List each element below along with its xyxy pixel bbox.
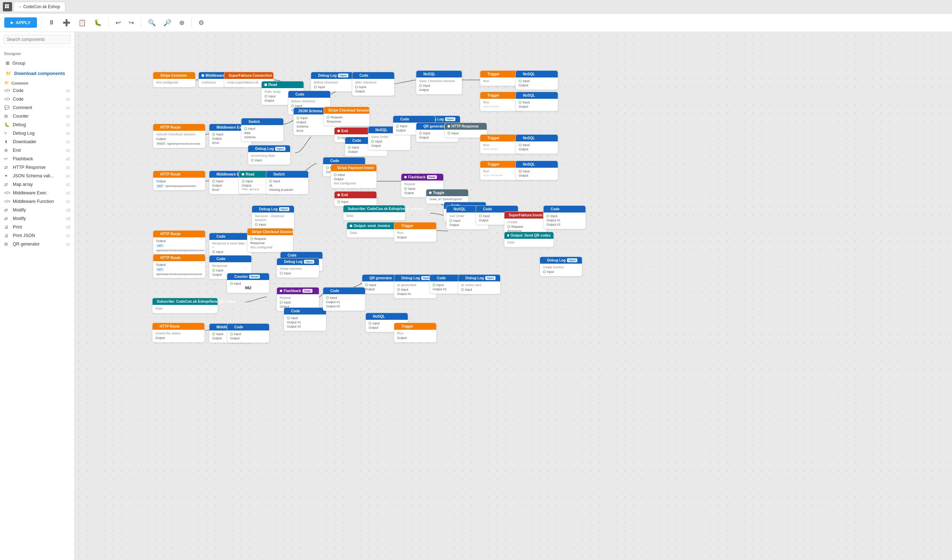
zoom-in-button[interactable]: 🔍 xyxy=(145,17,158,28)
print-json-label: Print JSON xyxy=(13,233,66,238)
node-nosql-save-session[interactable]: NoSQL Input Output xyxy=(515,92,558,111)
sidebar-item-qr-generator[interactable]: ⊞ QR generator v1 xyxy=(0,240,74,248)
sidebar-item-debug-log[interactable]: > Debug Log v1 xyxy=(0,129,74,137)
nosql-co-input: Input xyxy=(519,143,555,147)
node-debug-log-before[interactable]: Debug Log Open before checkout Input xyxy=(311,72,353,92)
sidebar-item-downloader[interactable]: ⬇ Downloader v1 xyxy=(0,137,74,146)
node-nosql-save-checkout[interactable]: NoSQL Save Checkout Session Input Output xyxy=(416,70,462,94)
sidebar-item-http-response[interactable]: ⇄ HTTP Response v1 xyxy=(0,163,74,171)
sidebar-item-counter[interactable]: ⊞ Counter v1 xyxy=(0,112,74,120)
node-code-after-superfaktura[interactable]: Code Input Output #1 Output #2 xyxy=(543,205,586,229)
sidebar-item-middleware-fn[interactable]: </> Middleware Function v1 xyxy=(0,197,74,206)
node-output-send-invoice[interactable]: Output: send_invoice Data xyxy=(346,222,400,238)
zoom-fit-button[interactable]: ⊕ xyxy=(177,17,187,28)
json-schema-error: Error xyxy=(297,129,338,133)
sidebar-item-debug[interactable]: 🐛 Debug v1 xyxy=(0,120,74,129)
node-body-nosql-save-session: Input Output xyxy=(516,99,558,111)
node-http-route-checkout-cancel[interactable]: HTTP Route Output GET /api/stripe/checko… xyxy=(153,254,206,278)
node-header-trigger-invoice: Trigger xyxy=(394,222,436,229)
code-label-2: Code xyxy=(13,97,66,102)
canvas[interactable]: Stripe Common Not configured Middleware … xyxy=(75,32,952,560)
toggle-value: "order_id":"ph4m87py41d" xyxy=(429,197,465,201)
code-label-1: Code xyxy=(13,88,66,93)
sidebar-item-end[interactable]: ⊗ End v1 xyxy=(0,146,74,154)
search-input[interactable] xyxy=(3,35,71,44)
undo-button[interactable]: ↩ xyxy=(113,17,124,28)
trigger-invoice-label: Run xyxy=(397,231,433,234)
flashback-2-dot xyxy=(280,290,282,292)
node-code-flashback-output[interactable]: Code Input Output #1 Output #2 xyxy=(284,307,326,331)
node-body-nosql-clear-orders: Input Output xyxy=(516,142,558,154)
node-nosql-clear-orders[interactable]: NoSQL Input Output xyxy=(515,134,558,154)
clipboard-button[interactable]: 📋 xyxy=(76,17,88,28)
redo-button[interactable]: ↪ xyxy=(126,17,136,28)
zoom-out-button[interactable]: 🔎 xyxy=(161,17,174,28)
app-grid-icon[interactable] xyxy=(3,2,12,11)
code-cancel-response-sub: Response xyxy=(212,264,249,268)
node-debug-log-qr-codes-sent[interactable]: Debug Log Open qr codes sent Input xyxy=(458,274,501,294)
node-trigger-invoice[interactable]: Trigger Run Output xyxy=(394,222,437,242)
modify-icon-1: ⇄ xyxy=(4,208,11,213)
node-stripe-payment-intent[interactable]: Stripe Payment Intent Input Output Not c… xyxy=(331,164,377,188)
node-counter-reset[interactable]: Counter Reset Input 982 xyxy=(227,273,269,293)
node-http-route-payment[interactable]: HTTP Route Output GET /api/stripe/paymen… xyxy=(153,171,206,190)
node-nosql-clear-checkouts[interactable]: NoSQL Input Output xyxy=(515,160,558,180)
sidebar-item-json-schema[interactable]: ✦ JSON Schema vali... v1 xyxy=(0,171,74,180)
node-header-route-payment: HTTP Route xyxy=(153,171,205,177)
sidebar-item-modify-2[interactable]: ⇄ Modify v3 xyxy=(0,214,74,223)
sc2-request-dot xyxy=(250,238,253,240)
node-code-bottom[interactable]: Code Input Output xyxy=(227,323,269,343)
node-switch-payment[interactable]: Switch Input ok missing pi param xyxy=(266,171,309,194)
node-stripe-common[interactable]: Stripe Common Not configured xyxy=(153,72,196,87)
debug-qr-gen-label: qr generated xyxy=(397,283,433,287)
node-header-route-checkout-cancel: HTTP Route xyxy=(153,255,205,261)
node-header-stripe-checkout: Stripe Checkout Session xyxy=(324,107,369,114)
node-http-route-check-status[interactable]: HTTP Route Check the status Output xyxy=(152,322,205,342)
route-cs-path: /api/stripe/checkout/response/success xyxy=(156,249,204,252)
node-body-subscribe-send-qr: Data xyxy=(153,305,218,313)
node-subscribe-send-qr[interactable]: Subscribe: CodeCon.sk Eshop/Send QR code… xyxy=(152,298,218,313)
sidebar-item-group[interactable]: ⊞ Group xyxy=(2,58,73,68)
qr-gen-input-dot xyxy=(419,132,422,135)
add-button[interactable]: ➕ xyxy=(60,17,73,28)
main-tab[interactable]: × CodeCon.sk Eshop xyxy=(14,2,65,11)
node-header-stripe-payment-intent: Stripe Payment Intent xyxy=(331,165,377,171)
node-subscribe-send-invoice[interactable]: Subscribe: CodeCon.sk Eshop/send_invoice… xyxy=(343,205,405,221)
node-nosql-1[interactable]: NoSQL Input Output xyxy=(515,70,558,90)
node-http-route-checkout-success[interactable]: HTTP Route Output GET /api/stripe/checko… xyxy=(153,230,206,255)
node-stripe-checkout-2[interactable]: Stripe Checkout Session Request Response… xyxy=(247,228,293,252)
sidebar-item-code-2[interactable]: </> Code v1 xyxy=(0,95,74,103)
node-trigger-bottom[interactable]: Trigger Run Output xyxy=(394,322,437,342)
sidebar-item-print-json[interactable]: 🖨 Print JSON v1 xyxy=(0,231,74,240)
node-switch-checkout[interactable]: Switch Input data schema xyxy=(241,118,284,142)
node-output-send-qr[interactable]: Output: Send QR codes Data xyxy=(504,232,554,247)
tab-close[interactable]: × xyxy=(19,5,21,9)
counter-reset-dot xyxy=(230,275,233,278)
sidebar-item-print[interactable]: 🖨 Print v3 xyxy=(0,223,74,231)
node-debug-log-stripe-success[interactable]: Debug Log Open Stripe success Input xyxy=(277,258,319,278)
bug-button[interactable]: 🐛 xyxy=(91,17,104,28)
node-end-2[interactable]: End Input xyxy=(334,191,377,207)
print-json-version: v1 xyxy=(66,233,70,238)
node-http-route-checkout-create[interactable]: HTTP Route Vytvorit Checkout Session Out… xyxy=(153,123,206,148)
sidebar-item-modify-1[interactable]: ⇄ Modify v3 xyxy=(0,206,74,214)
sidebar-item-download[interactable]: 📁 Download components xyxy=(2,69,73,78)
node-debug-log-success[interactable]: Debug Log Open Success - checkout sessio… xyxy=(252,205,294,229)
pause-button[interactable]: ⏸ xyxy=(46,17,57,28)
sidebar-item-flashback[interactable]: ↩ Flashback v2 xyxy=(0,154,74,163)
apply-button[interactable]: APPLY xyxy=(4,17,37,28)
node-code-qr-row[interactable]: Code Input Output #1 Output #2 xyxy=(323,287,365,311)
node-header-route-checkout-create: HTTP Route xyxy=(153,124,205,131)
node-debug-log-incoming[interactable]: Debug Log Open incomming data Input xyxy=(248,145,291,165)
sidebar-item-comment[interactable]: 💬 Comment v1 xyxy=(0,103,74,112)
sidebar-item-middleware-exec[interactable]: </> Middleware Exec v1 xyxy=(0,189,74,197)
node-code-after-checkout[interactable]: Code after checkout Input Output xyxy=(352,72,395,96)
trigger-clear-orders-sub: clear orders xyxy=(483,148,519,151)
comment-icon: 💬 xyxy=(4,105,11,110)
settings-button[interactable]: ⚙ xyxy=(196,17,207,28)
node-body-trigger-bottom: Run Output xyxy=(394,330,436,342)
node-debug-log-create-invoice[interactable]: Debug Log Open create invoice Input xyxy=(539,256,582,276)
node-stripe-checkout[interactable]: Stripe Checkout Session Request Response xyxy=(323,106,370,126)
sidebar-item-code-1[interactable]: </> Code v1 xyxy=(0,86,74,95)
sidebar-item-map-array[interactable]: ⇄ Map array v1 xyxy=(0,180,74,189)
